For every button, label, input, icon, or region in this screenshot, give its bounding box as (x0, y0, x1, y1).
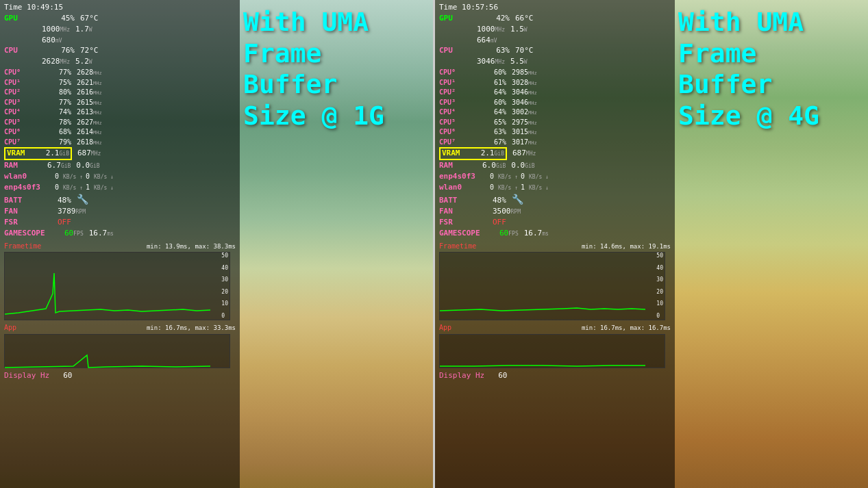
right-gamescope-ms: 16.7ms (524, 229, 549, 239)
right-vram-val: 2.1GiB (481, 149, 504, 157)
right-cores-core-0: CPU⁰ 60% 2985MHz (439, 68, 671, 77)
left-gamescope-label: GAMESCOPE (4, 229, 59, 239)
left-fan-val: 3789RPM (58, 207, 86, 217)
left-cpu-power: 5.2W (75, 57, 92, 67)
right-fan-val: 3500RPM (493, 207, 521, 217)
right-cores-core-7: CPU⁷ 67% 3017MHz (439, 138, 671, 147)
left-net1-label: wlan0 (4, 172, 52, 182)
right-cores-core-4: CPU⁴ 64% 3002MHz (439, 107, 671, 117)
right-net2-label: wlan0 (439, 183, 487, 193)
right-gpu-power: 1.5W (510, 25, 528, 35)
left-cpu-pct: 76% (47, 46, 75, 56)
right-cores-core-2: CPU² 64% 3046MHz (439, 88, 671, 97)
right-cpu-temp: 70°C (515, 46, 534, 56)
left-cores-core-4: CPU⁴ 74% 2613MHz (4, 107, 236, 117)
left-fan-label: FAN (4, 207, 52, 217)
right-cpu-label: CPU (439, 46, 477, 56)
panel-divider (433, 0, 435, 488)
right-app-stats: min: 16.7ms, max: 16.7ms (582, 324, 671, 332)
left-frametime-stats: min: 13.9ms, max: 38.3ms (147, 242, 236, 251)
left-vram-label: VRAM (7, 149, 41, 159)
left-net2-label: enp4s0f3 (4, 183, 52, 193)
right-fsr-label: FSR (439, 218, 487, 228)
right-gpu-label: GPU (439, 14, 477, 24)
right-display-hz-val: 60 (498, 371, 507, 381)
left-gamescope-ms: 16.7ms (89, 229, 114, 239)
left-frametime-label: Frametime (4, 242, 41, 251)
left-batt-val: 48% (58, 196, 71, 206)
left-cpu-temp: 72°C (80, 46, 99, 56)
left-ram-other: 0.0GiB (76, 161, 99, 171)
right-gamescope-fps: 60FPS (499, 229, 519, 239)
left-app-label: App (4, 323, 16, 333)
left-cores-core-6: CPU⁶ 68% 2614MHz (4, 127, 236, 137)
left-overlay: Time 10:49:15 GPU 45% 67°C 1000MHz 1.7W … (0, 0, 240, 488)
right-app-label: App (439, 323, 451, 333)
right-net1-label: enp4s0f3 (439, 172, 487, 182)
right-panel: Time 10:57:56 GPU 42% 66°C 1000MHz 1.5W … (435, 0, 868, 488)
right-gamescope-label: GAMESCOPE (439, 229, 494, 239)
right-gpu-pct: 42% (482, 14, 510, 24)
left-cores-core-7: CPU⁷ 79% 2618MHz (4, 138, 236, 147)
left-vram-val: 2.1GiB (46, 149, 69, 157)
left-batt-label: BATT (4, 196, 52, 206)
left-fsr-val: OFF (58, 218, 71, 228)
left-time: Time 10:49:15 (4, 3, 236, 13)
right-cores-core-6: CPU⁶ 63% 3015MHz (439, 127, 671, 137)
right-vram-label: VRAM (442, 149, 476, 159)
right-frametime-stats: min: 14.6ms, max: 19.1ms (582, 242, 671, 251)
right-gpu-mv: 664mV (477, 36, 497, 44)
left-ram-label: RAM (4, 161, 42, 171)
left-cpu-cores: CPU⁰ 77% 2628MHz CPU¹ 75% 2621MHz CPU² 8… (4, 68, 236, 146)
right-batt-val: 48% (493, 196, 506, 206)
left-display-hz-label: Display Hz (4, 371, 49, 381)
left-gpu-power: 1.7W (75, 25, 92, 35)
left-batt-icon: 🔧 (77, 193, 88, 206)
right-frametime-chart (440, 253, 652, 321)
right-cpu-cores: CPU⁰ 60% 2985MHz CPU¹ 61% 3028MHz CPU² 6… (439, 68, 671, 146)
left-gpu-freq: 1000MHz (42, 25, 70, 35)
right-gpu-freq: 1000MHz (477, 25, 505, 35)
left-cpu-label: CPU (4, 46, 42, 56)
left-vram-freq: 687MHz (77, 149, 101, 159)
right-fsr-val: OFF (493, 218, 506, 228)
right-batt-icon: 🔧 (512, 193, 523, 206)
right-overlay: Time 10:57:56 GPU 42% 66°C 1000MHz 1.5W … (435, 0, 675, 488)
left-cores-core-2: CPU² 80% 2616MHz (4, 88, 236, 97)
right-cpu-pct: 63% (482, 46, 510, 56)
right-cores-core-3: CPU³ 60% 3046MHz (439, 98, 671, 107)
right-uma-label: With UMA Frame Buffer Size @ 4G (678, 7, 819, 131)
right-vram-freq: 687MHz (512, 149, 536, 159)
left-gpu-mv: 680mV (42, 36, 62, 44)
right-cpu-power: 5.5W (510, 57, 528, 67)
left-frametime-chart (5, 253, 217, 321)
left-ram-val: 6.7GiB (47, 161, 71, 171)
right-fan-label: FAN (439, 207, 487, 217)
right-cores-core-5: CPU⁵ 65% 2975MHz (439, 118, 671, 127)
right-ram-other: 0.0GiB (511, 161, 534, 171)
left-gpu-label: GPU (4, 14, 42, 24)
right-cores-core-1: CPU¹ 61% 3028MHz (439, 78, 671, 88)
left-app-chart (5, 335, 217, 369)
left-uma-label: With UMA Frame Buffer Size @ 1G (243, 7, 384, 131)
left-app-stats: min: 16.7ms, max: 33.3ms (147, 324, 236, 332)
left-gpu-temp: 67°C (80, 14, 99, 24)
left-panel: Time 10:49:15 GPU 45% 67°C 1000MHz 1.7W … (0, 0, 433, 488)
right-time: Time 10:57:56 (439, 3, 671, 13)
right-app-chart (440, 335, 652, 369)
right-cpu-freq: 3046MHz (477, 57, 505, 67)
right-ram-val: 6.0GiB (482, 161, 506, 171)
left-gamescope-fps: 60FPS (64, 229, 84, 239)
right-ram-label: RAM (439, 161, 477, 171)
left-cores-core-5: CPU⁵ 78% 2627MHz (4, 118, 236, 127)
left-cores-core-3: CPU³ 77% 2615MHz (4, 98, 236, 107)
right-frametime-label: Frametime (439, 242, 476, 251)
left-fsr-label: FSR (4, 218, 52, 228)
right-display-hz-label: Display Hz (439, 371, 484, 381)
right-batt-label: BATT (439, 196, 487, 206)
left-cores-core-1: CPU¹ 75% 2621MHz (4, 78, 236, 88)
left-gpu-pct: 45% (47, 14, 75, 24)
left-cores-core-0: CPU⁰ 77% 2628MHz (4, 68, 236, 77)
left-cpu-freq: 2628MHz (42, 57, 70, 67)
right-gpu-temp: 66°C (515, 14, 534, 24)
